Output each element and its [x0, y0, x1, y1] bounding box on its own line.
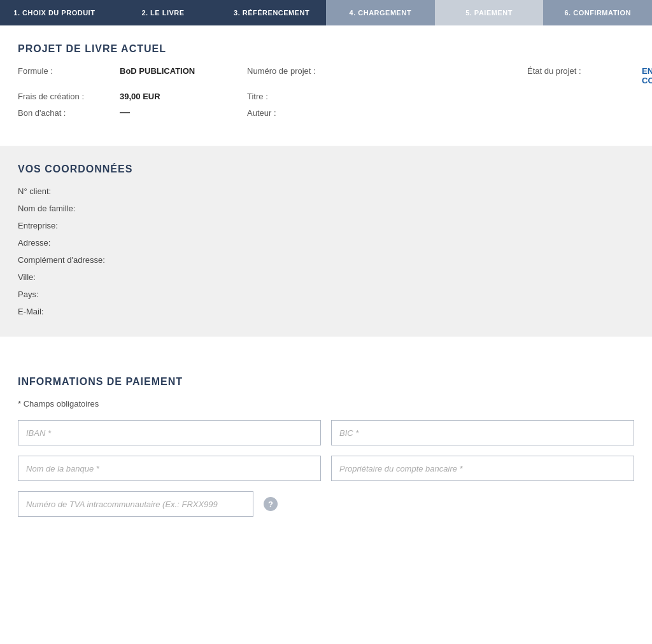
- bank-owner-row: [18, 456, 634, 481]
- coord-label-7: E-Mail:: [18, 307, 107, 316]
- coord-value-0: [107, 186, 298, 196]
- coord-value-3: [107, 238, 298, 248]
- auteur-label: Auteur :: [247, 108, 362, 118]
- coord-label-0: N° client:: [18, 186, 107, 196]
- etat-value: EN COURS: [642, 66, 652, 85]
- step-livre[interactable]: 2. LE LIVRE: [109, 0, 218, 25]
- stepper: 1. CHOIX DU PRODUIT 2. LE LIVRE 3. RÉFÉR…: [0, 0, 652, 25]
- step-choix[interactable]: 1. CHOIX DU PRODUIT: [0, 0, 109, 25]
- titre-label: Titre :: [247, 92, 362, 101]
- bon-label: Bon d'achat :: [18, 108, 120, 118]
- required-note: * Champs obligatoires: [18, 399, 634, 409]
- coord-label-3: Adresse:: [18, 238, 107, 248]
- coord-value-5: [107, 272, 298, 282]
- coord-value-1: [107, 204, 298, 213]
- tva-row: ?: [18, 491, 634, 517]
- step-confirmation[interactable]: 6. CONFIRMATION: [543, 0, 652, 25]
- formule-value: BoD PUBLICATION: [120, 66, 247, 76]
- coord-grid: N° client: Nom de famille: Entreprise: A…: [18, 186, 634, 316]
- step-referencement[interactable]: 3. RÉFÉRENCEMENT: [217, 0, 326, 25]
- bon-value: —: [120, 108, 247, 118]
- coord-value-6: [107, 290, 298, 299]
- formule-label: Formule :: [18, 66, 120, 76]
- coord-label-4: Complément d'adresse:: [18, 255, 107, 265]
- project-grid: Formule : BoD PUBLICATION Numéro de proj…: [18, 66, 634, 118]
- tva-input[interactable]: [18, 491, 253, 517]
- iban-input[interactable]: [18, 420, 321, 445]
- bic-input[interactable]: [331, 420, 634, 445]
- payment-section: INFORMATIONS DE PAIEMENT * Champs obliga…: [0, 356, 652, 547]
- coordonnees-title: VOS COORDONNÉES: [18, 164, 634, 175]
- project-title: PROJET DE LIVRE ACTUEL: [18, 43, 634, 55]
- coord-value-4: [107, 255, 298, 265]
- coord-label-6: Pays:: [18, 290, 107, 299]
- coordonnees-section: VOS COORDONNÉES N° client: Nom de famill…: [0, 146, 652, 337]
- coord-label-5: Ville:: [18, 272, 107, 282]
- step-paiement[interactable]: 5. PAIEMENT: [435, 0, 544, 25]
- payment-title: INFORMATIONS DE PAIEMENT: [18, 376, 634, 388]
- frais-value: 39,00 EUR: [120, 92, 247, 101]
- frais-label: Frais de création :: [18, 92, 120, 101]
- tva-help-icon[interactable]: ?: [264, 497, 278, 511]
- bank-name-input[interactable]: [18, 456, 321, 481]
- account-owner-input[interactable]: [331, 456, 634, 481]
- numero-label: Numéro de projet :: [247, 66, 362, 76]
- step-chargement[interactable]: 4. CHARGEMENT: [326, 0, 435, 25]
- coord-label-1: Nom de famille:: [18, 204, 107, 213]
- coord-value-2: [107, 221, 298, 230]
- etat-label: État du projet :: [527, 66, 642, 76]
- coord-value-7: [107, 307, 298, 316]
- iban-bic-row: [18, 420, 634, 445]
- project-section: PROJET DE LIVRE ACTUEL Formule : BoD PUB…: [0, 25, 652, 133]
- coord-label-2: Entreprise:: [18, 221, 107, 230]
